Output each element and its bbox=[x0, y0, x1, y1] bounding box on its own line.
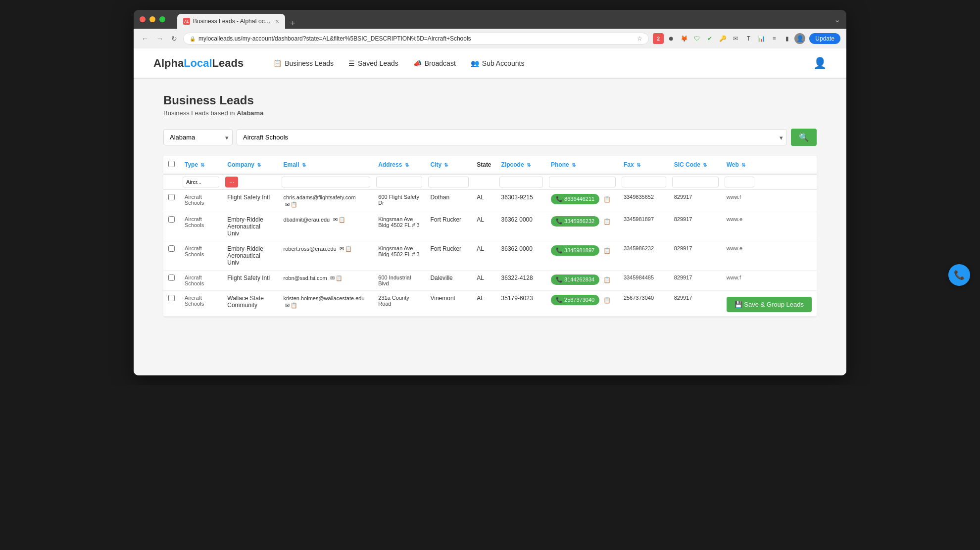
filter-city-input[interactable] bbox=[428, 177, 469, 187]
phone-call-btn-3[interactable]: 📞 3144262834 bbox=[551, 275, 599, 285]
email-copy-icon-2[interactable]: 📋 bbox=[345, 246, 352, 252]
row-state-3: AL bbox=[472, 271, 496, 291]
header-zipcode[interactable]: Zipcode ⇅ bbox=[496, 156, 546, 174]
phone-call-btn-0[interactable]: 📞 8636446211 bbox=[551, 194, 599, 204]
header-email[interactable]: Email ⇅ bbox=[279, 156, 374, 174]
row-company-0: Flight Safety Intl bbox=[222, 190, 278, 212]
sub-accounts-icon: 👥 bbox=[471, 59, 479, 67]
row-checkbox-4[interactable] bbox=[168, 295, 175, 301]
phone-call-btn-4[interactable]: 📞 2567373040 bbox=[551, 295, 599, 305]
header-company[interactable]: Company ⇅ bbox=[222, 156, 278, 174]
filter-type-input[interactable] bbox=[183, 177, 219, 187]
row-checkbox-0[interactable] bbox=[168, 194, 175, 200]
table-row: Aircraft Schools Flight Safety Intl robn… bbox=[163, 271, 817, 291]
email-send-icon-4[interactable]: ✉ bbox=[285, 302, 290, 309]
email-copy-icon-3[interactable]: 📋 bbox=[336, 275, 343, 281]
phone-copy-btn-2[interactable]: 📋 bbox=[603, 247, 611, 254]
phone-copy-btn-1[interactable]: 📋 bbox=[603, 218, 611, 225]
recorder-icon[interactable]: ⏺ bbox=[666, 33, 677, 44]
email-send-icon-0[interactable]: ✉ bbox=[285, 201, 290, 208]
nav-broadcast[interactable]: 📣 Broadcast bbox=[413, 57, 456, 69]
filter-address-cell bbox=[373, 174, 425, 190]
reload-button[interactable]: ↻ bbox=[169, 34, 179, 44]
email-send-icon-3[interactable]: ✉ bbox=[330, 275, 335, 281]
category-select[interactable]: Aircraft Schools bbox=[237, 129, 787, 145]
phone-copy-btn-3[interactable]: 📋 bbox=[603, 276, 611, 283]
filter-zipcode-input[interactable] bbox=[499, 177, 543, 187]
app-logo[interactable]: AlphaLocalLeads bbox=[153, 57, 244, 70]
row-zipcode-3: 36322-4128 bbox=[496, 271, 546, 291]
app-navbar: AlphaLocalLeads 📋 Business Leads ☰ Saved… bbox=[134, 48, 846, 78]
address-bar[interactable]: 🔒 mylocalleads.us/my-account/dashboard?s… bbox=[183, 33, 649, 45]
nav-saved-leads-label: Saved Leads bbox=[358, 59, 398, 67]
row-checkbox-3[interactable] bbox=[168, 275, 175, 281]
dashlane-icon[interactable]: 🔑 bbox=[717, 33, 728, 44]
ext1-icon[interactable]: 📊 bbox=[756, 33, 767, 44]
header-web[interactable]: Web ⇅ bbox=[722, 156, 817, 174]
phone-call-btn-2[interactable]: 📞 3345981897 bbox=[551, 245, 599, 256]
phone-call-btn-1[interactable]: 📞 3345986232 bbox=[551, 216, 599, 227]
header-fax[interactable]: Fax ⇅ bbox=[619, 156, 669, 174]
active-tab[interactable]: AL Business Leads - AlphaLocalL... × bbox=[177, 14, 285, 29]
norton-icon[interactable]: ✔ bbox=[704, 33, 715, 44]
extensions-icon[interactable]: 2 bbox=[653, 33, 664, 44]
save-group-button[interactable]: 💾 Save & Group Leads bbox=[727, 297, 812, 312]
tab-close-btn[interactable]: × bbox=[275, 17, 279, 25]
filter-dots-button[interactable]: ··· bbox=[225, 177, 238, 187]
user-profile-icon[interactable]: 👤 bbox=[813, 57, 827, 70]
filter-sic-input[interactable] bbox=[672, 177, 719, 187]
phone-copy-btn-4[interactable]: 📋 bbox=[603, 297, 611, 304]
header-city[interactable]: City ⇅ bbox=[425, 156, 472, 174]
email-send-icon-2[interactable]: ✉ bbox=[340, 246, 344, 252]
nav-sub-accounts[interactable]: 👥 Sub Accounts bbox=[471, 57, 525, 69]
row-checkbox-2[interactable] bbox=[168, 245, 175, 252]
update-button[interactable]: Update bbox=[809, 33, 840, 44]
email-send-icon-1[interactable]: ✉ bbox=[333, 217, 338, 223]
filter-email-input[interactable] bbox=[282, 177, 371, 187]
filter-address-input[interactable] bbox=[376, 177, 422, 187]
profile-icon[interactable]: 👤 bbox=[794, 33, 805, 44]
forward-button[interactable]: → bbox=[154, 34, 165, 44]
minimize-btn[interactable] bbox=[149, 16, 155, 22]
email-copy-icon-0[interactable]: 📋 bbox=[291, 201, 297, 208]
header-state: State bbox=[472, 156, 496, 174]
header-address[interactable]: Address ⇅ bbox=[373, 156, 425, 174]
nav-broadcast-label: Broadcast bbox=[425, 59, 456, 67]
phone-copy-btn-0[interactable]: 📋 bbox=[603, 196, 611, 203]
row-company-4: Wallace State Community bbox=[222, 291, 278, 317]
row-web-1: www.e bbox=[722, 212, 817, 241]
tab-list-btn[interactable]: ⌄ bbox=[834, 15, 840, 24]
vpn-icon[interactable]: 🛡 bbox=[691, 33, 702, 44]
page-subtitle: Business Leads based in Alabama bbox=[163, 109, 817, 117]
translate-icon[interactable]: T bbox=[743, 33, 754, 44]
header-phone[interactable]: Phone ⇅ bbox=[546, 156, 619, 174]
state-select[interactable]: Alabama Alaska bbox=[163, 129, 233, 145]
maximize-btn[interactable] bbox=[159, 16, 165, 22]
lock-icon: 🔒 bbox=[190, 36, 196, 42]
filter-phone-input[interactable] bbox=[549, 177, 616, 187]
row-email-0: chris.adams@flightsafety.com ✉ 📋 bbox=[279, 190, 374, 212]
row-checkbox-1[interactable] bbox=[168, 216, 175, 223]
filter-email-cell bbox=[279, 174, 374, 190]
bookmark-icon[interactable]: ☆ bbox=[637, 35, 642, 42]
email-ext-icon[interactable]: ✉ bbox=[730, 33, 741, 44]
main-content: Business Leads Business Leads based in A… bbox=[134, 79, 846, 375]
filter-web-input[interactable] bbox=[725, 177, 754, 187]
new-tab-button[interactable]: + bbox=[286, 18, 299, 29]
ext2-icon[interactable]: ≡ bbox=[769, 33, 780, 44]
close-btn[interactable] bbox=[140, 16, 146, 22]
sidebar-icon[interactable]: ▮ bbox=[782, 33, 792, 44]
email-copy-icon-4[interactable]: 📋 bbox=[291, 302, 297, 309]
header-sic-code[interactable]: SIC Code ⇅ bbox=[669, 156, 722, 174]
search-button[interactable]: 🔍 bbox=[791, 129, 817, 146]
metamask-icon[interactable]: 🦊 bbox=[679, 33, 689, 44]
floating-phone-button[interactable]: 📞 bbox=[948, 264, 970, 286]
email-copy-icon-1[interactable]: 📋 bbox=[339, 217, 345, 223]
back-button[interactable]: ← bbox=[140, 34, 150, 44]
nav-business-leads[interactable]: 📋 Business Leads bbox=[273, 57, 334, 69]
filter-fax-input[interactable] bbox=[622, 177, 666, 187]
row-checkbox-cell bbox=[163, 190, 180, 212]
nav-saved-leads[interactable]: ☰ Saved Leads bbox=[348, 57, 398, 69]
header-type[interactable]: Type ⇅ bbox=[180, 156, 222, 174]
select-all-checkbox[interactable] bbox=[168, 161, 175, 167]
